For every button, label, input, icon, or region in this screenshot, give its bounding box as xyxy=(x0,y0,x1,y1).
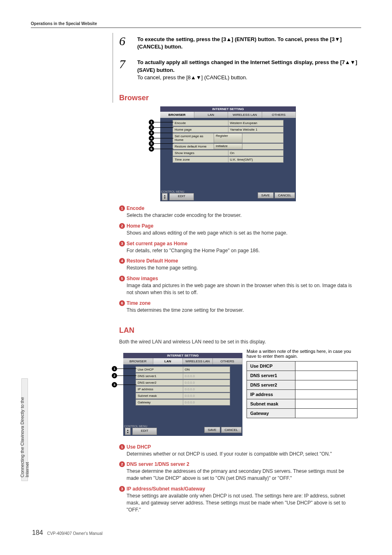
manual-title: CVP-409/407 Owner's Manual xyxy=(47,531,103,536)
def-body: Determines whether or not DHCP is used. … xyxy=(127,451,357,458)
tab-browser[interactable]: BROWSER xyxy=(123,358,153,364)
save-button[interactable]: SAVE xyxy=(204,427,220,433)
callout-3: 3 xyxy=(149,130,173,136)
def-head: 1Encode xyxy=(119,205,357,211)
ctrl-menu-label: CONTROL MENU xyxy=(124,425,157,428)
table-value xyxy=(295,361,357,371)
row-subnet[interactable]: Subnet mask0.0.0.0 xyxy=(136,393,230,399)
table-label: IP address xyxy=(247,389,295,399)
def-title: Show images xyxy=(127,276,158,281)
lan-wrap: INTERNET SETTING BROWSER LAN WIRELESS LA… xyxy=(119,349,357,440)
def-title: Encode xyxy=(127,205,144,211)
row-show-images[interactable]: Show imagesOn xyxy=(173,150,284,156)
ctrl-menu-label: CONTROL MENU xyxy=(161,190,194,193)
row-ip[interactable]: IP address0.0.0.0 xyxy=(136,386,230,392)
def-num: 2 xyxy=(119,461,125,467)
def-body: These settings are available only when D… xyxy=(127,493,357,513)
def-head: 4Restore Default Home xyxy=(119,258,357,264)
divider xyxy=(113,33,113,103)
def-num: 3 xyxy=(119,486,125,492)
def-body: These determine the addresses of the pri… xyxy=(127,468,357,482)
note-table: Use DHCP DNS server1 DNS server2 IP addr… xyxy=(247,361,357,418)
ss-title: INTERNET SETTING xyxy=(123,353,242,358)
def-title: Home Page xyxy=(127,223,153,229)
table-value xyxy=(295,371,357,380)
def-head: 6Time zone xyxy=(119,300,357,306)
def-item: 6Time zoneThis determines the time zone … xyxy=(119,300,357,314)
def-item: 4Restore Default HomeRestores the home p… xyxy=(119,258,357,272)
cancel-button[interactable]: CANCEL xyxy=(274,192,295,198)
def-body: Selects the character code encoding for … xyxy=(127,212,357,219)
def-num: 4 xyxy=(119,258,125,264)
def-num: 6 xyxy=(119,300,125,306)
table-label: Gateway xyxy=(247,408,295,418)
edit-button[interactable]: EDIT xyxy=(169,193,194,200)
row-timezone[interactable]: Time zoneU.K. time(GMT) xyxy=(173,157,284,163)
row-dhcp[interactable]: Use DHCPON xyxy=(136,366,230,373)
tab-lan[interactable]: LAN xyxy=(153,358,183,364)
def-head: 3Set current page as Home xyxy=(119,241,357,246)
step-number: 6 xyxy=(119,35,137,47)
step-text: To actually apply all settings changed i… xyxy=(137,58,357,81)
def-num: 2 xyxy=(119,223,125,229)
table-value xyxy=(295,380,357,389)
side-tab: Connecting the Clavinova Directly to the… xyxy=(21,378,28,481)
step-text: To execute the setting, press the [3▲] (… xyxy=(137,35,357,51)
tab-others[interactable]: OTHERS xyxy=(262,112,296,118)
def-item: 2Home PageShows and allows editing of th… xyxy=(119,223,357,237)
step-bold: To execute the setting, press the [3▲] (… xyxy=(137,36,342,50)
callout-2: 2 xyxy=(112,373,136,378)
callout-4: 4 xyxy=(149,136,173,141)
tab-others[interactable]: OTHERS xyxy=(213,358,243,364)
cancel-button[interactable]: CANCEL xyxy=(221,427,242,433)
table-label: Subnet mask xyxy=(247,399,295,408)
row-dns2[interactable]: DNS server20.0.0.0 xyxy=(136,380,230,386)
step-bold: To actually apply all settings changed i… xyxy=(137,59,357,73)
table-value xyxy=(295,389,357,399)
tab-lan[interactable]: LAN xyxy=(194,112,228,118)
edit-button[interactable]: EDIT xyxy=(132,428,157,435)
page-header: Operations in the Special Website xyxy=(31,21,361,28)
ss-body: 1 2 3 4 5 6 EncodeWestern European Home … xyxy=(160,118,296,189)
tab-browser[interactable]: BROWSER xyxy=(160,112,194,118)
def-body: Image data and pictures in the web page … xyxy=(127,282,357,296)
callout-1: 1 xyxy=(149,120,173,125)
def-item: 2DNS server 1/DNS server 2These determin… xyxy=(119,461,357,482)
row-encode[interactable]: EncodeWestern European xyxy=(173,120,284,126)
lan-intro: Both the wired LAN and wireless LAN need… xyxy=(119,339,357,345)
callout-2: 2 xyxy=(149,125,173,130)
browser-defs: 1EncodeSelects the character code encodi… xyxy=(119,205,357,314)
def-title: Use DHCP xyxy=(127,444,151,450)
def-item: 3Set current page as HomeFor details, re… xyxy=(119,241,357,254)
def-title: IP address/Subnet mask/Gateway xyxy=(127,486,205,492)
note-text: Make a written note of the settings here… xyxy=(247,349,357,359)
def-body: Restores the home page setting. xyxy=(127,265,357,272)
row-dns1[interactable]: DNS server10.0.0.0 xyxy=(136,373,230,379)
row-restore-home[interactable]: Restore default HomeInitialize xyxy=(173,143,284,150)
row-set-home[interactable]: Set current page as HomeRegister xyxy=(173,133,284,143)
table-row: Use DHCP xyxy=(247,361,357,371)
save-button[interactable]: SAVE xyxy=(258,192,274,198)
tab-wireless[interactable]: WIRELESS LAN xyxy=(183,358,213,364)
ss-tabs: BROWSER LAN WIRELESS LAN OTHERS xyxy=(123,358,242,364)
lan-note: Make a written note of the settings here… xyxy=(247,349,357,418)
table-row: DNS server2 xyxy=(247,380,357,389)
ss-bottom: CONTROL MENU EDIT SAVE CANCEL xyxy=(160,189,296,201)
def-head: 1Use DHCP xyxy=(119,444,357,450)
table-value xyxy=(295,408,357,418)
lan-heading: LAN xyxy=(119,326,357,335)
table-row: DNS server1 xyxy=(247,371,357,380)
ss-bottom: CONTROL MENU EDIT SAVE CANCEL xyxy=(123,424,242,436)
browser-screenshot: INTERNET SETTING BROWSER LAN WIRELESS LA… xyxy=(160,106,296,201)
row-homepage[interactable]: Home pageYamaha Website 1 xyxy=(173,127,284,133)
def-head: 3IP address/Subnet mask/Gateway xyxy=(119,486,357,492)
updown-icon[interactable] xyxy=(162,193,168,200)
tab-wireless[interactable]: WIRELESS LAN xyxy=(228,112,262,118)
updown-icon[interactable] xyxy=(125,428,131,435)
table-label: Use DHCP xyxy=(247,361,295,371)
def-title: Restore Default Home xyxy=(127,258,178,264)
lan-defs: 1Use DHCPDetermines whether or not DHCP … xyxy=(119,444,357,514)
def-title: Time zone xyxy=(127,300,150,306)
row-gateway[interactable]: Gateway0.0.0.0 xyxy=(136,399,230,405)
callout-1: 1 xyxy=(112,366,136,371)
